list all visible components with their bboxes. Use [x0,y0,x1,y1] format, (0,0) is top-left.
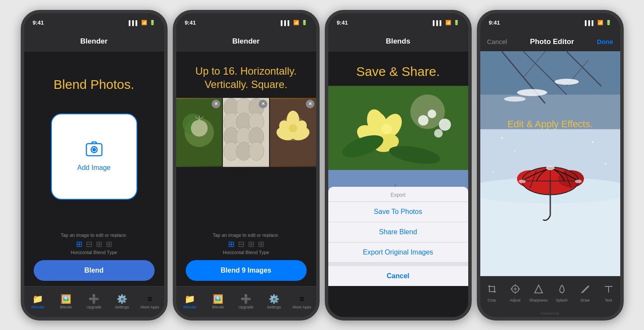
screen2-headline: Up to 16. Horizontally. Vertically. Squa… [176,64,316,91]
blend-type-icons-2: ⊞ ⊟ ⊞ ⊞ [228,239,264,249]
tool-text[interactable]: Text [597,284,620,302]
screen2-content: Up to 16. Horizontally. Vertically. Squa… [176,51,316,286]
editor-title: Photo Editor [530,38,574,46]
screen2-frame: 9:41 ▌▌▌ 📶 🔋 Blender Up to 16. Horizonta… [173,10,320,321]
screen3-frame: 9:41 ▌▌▌ 📶 🔋 Blends Save & Share. [325,10,472,321]
tab-bar-1: 📁 Blender 🖼️ Blends ➕ Upgrade ⚙️ Setting… [24,286,164,317]
blend-img-flowers [328,86,468,170]
wifi-icon-2: 📶 [293,20,299,25]
layout-3col-icon[interactable]: ⊟ [86,239,92,249]
add-image-box[interactable]: Add Image [51,113,137,200]
layout-2col-icon-2[interactable]: ⊞ [228,239,235,249]
svg-point-69 [504,96,526,101]
time-4: 9:41 [489,19,500,26]
tool-splash[interactable]: Splash [550,284,574,302]
status-bar-1: 9:41 ▌▌▌ 📶 🔋 [24,13,164,32]
tab-moreapps-label-2: More Apps [293,305,311,309]
svg-point-41 [439,119,451,131]
svg-point-42 [434,129,443,138]
tab-blends-1[interactable]: 🖼️ Blends [52,294,80,309]
settings-icon-1: ⚙️ [117,294,127,304]
tab-blends-label-2: Blends [212,305,224,309]
close-btn-2[interactable]: ✕ [259,100,267,108]
tab-moreapps-1[interactable]: ≡ More Apps [136,294,164,309]
splash-icon [557,284,567,296]
tab-blender-1[interactable]: 📁 Blender [24,294,52,309]
nav-title-2: Blender [232,37,260,46]
screen3-content: Save & Share. [328,51,468,317]
sharpness-icon [534,284,543,296]
tab-blends-label-1: Blends [60,305,72,309]
editor-cancel-btn[interactable]: Cancel [487,38,508,45]
svg-rect-61 [480,51,620,94]
close-btn-3[interactable]: ✕ [306,100,314,108]
tool-sharpness[interactable]: Sharpness [527,284,550,302]
grid-cell-3[interactable]: ✕ [270,98,316,167]
layout-grid-icon[interactable]: ⊞ [106,239,112,249]
blend-button-1[interactable]: Blend [34,260,155,281]
tab-moreapps-2[interactable]: ≡ More Apps [288,294,316,309]
share-blend-btn[interactable]: Share Blend [328,222,468,242]
save-to-photos-btn[interactable]: Save To Photos [328,202,468,222]
screen1-headline: Blend Photos. [54,77,134,92]
tab-settings-1[interactable]: ⚙️ Settings [108,294,136,309]
editor-done-btn[interactable]: Done [597,38,613,45]
nav-title-1: Blender [80,37,108,46]
layout-3col-icon-2[interactable]: ⊟ [238,239,244,249]
layout-grid-icon-2[interactable]: ⊞ [258,239,264,249]
tab-blender-2[interactable]: 📁 Blender [176,294,204,309]
export-original-btn[interactable]: Export Original Images [328,242,468,263]
grid-cell-2[interactable]: ✕ [223,98,269,167]
tool-sharpness-label: Sharpness [529,298,548,302]
battery-icon-3: 🔋 [454,20,460,25]
blend-button-2[interactable]: Blend 9 Images [186,260,307,281]
status-bar-2: 9:41 ▌▌▌ 📶 🔋 [176,13,316,32]
editor-headline: Edit & Apply Effects. [480,119,620,130]
image-grid: ✕ [176,98,316,167]
svg-point-88 [492,172,494,173]
svg-point-67 [517,89,547,96]
tool-crop[interactable]: Crop [480,284,504,302]
cancel-btn[interactable]: Cancel [328,266,468,286]
status-icons-4: ▌▌▌ 📶 🔋 [585,20,611,25]
tab-moreapps-label-1: More Apps [141,305,159,309]
tool-draw[interactable]: Draw [574,284,597,302]
status-bar-4: 9:41 ▌▌▌ 📶 🔋 [480,13,620,32]
tool-adjust[interactable]: Adjust [504,284,527,302]
layout-4col-icon[interactable]: ⊞ [96,239,102,249]
screen3-headline: Save & Share. [356,64,440,79]
svg-point-39 [418,115,428,126]
upgrade-icon-1: ➕ [89,294,99,304]
tab-bar-2: 📁 Blender 🖼️ Blends ➕ Upgrade ⚙️ Setting… [176,286,316,317]
tool-adjust-label: Adjust [510,298,520,302]
tab-upgrade-label-2: Upgrade [238,305,254,309]
screen1-frame: 9:41 ▌▌▌ 📶 🔋 Blender Blend Photos. [21,10,168,321]
tab-settings-2[interactable]: ⚙️ Settings [260,294,288,309]
signal-icon: ▌▌▌ [129,20,139,25]
tab-upgrade-1[interactable]: ➕ Upgrade [80,294,108,309]
svg-point-83 [519,179,526,183]
tab-blends-2[interactable]: 🖼️ Blends [204,294,232,309]
powered-by: Powered by [480,311,620,317]
svg-point-22 [249,142,264,160]
snow-photo: Edit & Apply Effects. [480,51,620,276]
tab-upgrade-2[interactable]: ➕ Upgrade [232,294,260,309]
nav-bar-1: Blender [24,32,164,51]
svg-point-40 [428,110,436,118]
moreapps-icon-1: ≡ [147,294,152,304]
blend-type-icons-1: ⊞ ⊟ ⊞ ⊞ [76,239,112,249]
svg-point-84 [575,179,582,183]
layout-2col-icon[interactable]: ⊞ [76,239,82,249]
blend-type-label-1: Horizontal Blend Type [71,250,117,255]
editor-toolbar: Crop Adjust [480,276,620,311]
svg-point-82 [546,166,555,170]
tab-blender-label-2: Blender [183,305,197,309]
grid-cell-1[interactable]: ✕ [176,98,222,167]
nav-title-3: Blends [386,37,410,46]
time-2: 9:41 [185,19,196,26]
layout-4col-icon-2[interactable]: ⊞ [248,239,254,249]
svg-point-2 [92,148,96,151]
screen4-frame: 9:41 ▌▌▌ 📶 🔋 Cancel Photo Editor Done [477,10,624,321]
close-btn-1[interactable]: ✕ [212,100,220,108]
status-icons-3: ▌▌▌ 📶 🔋 [433,20,459,25]
